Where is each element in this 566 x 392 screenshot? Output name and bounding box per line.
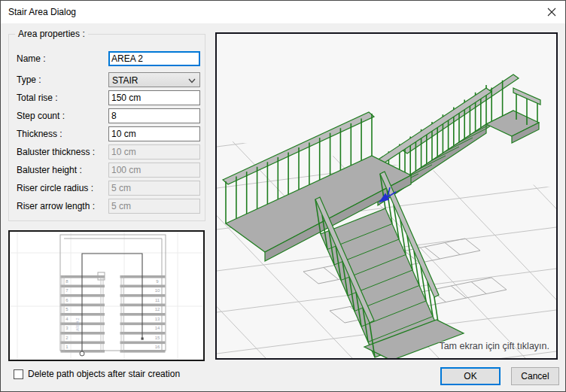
field-row-total-rise: Total rise :	[9, 90, 205, 105]
field-row-riser-circle-radius: Riser circle radius :	[9, 181, 205, 196]
svg-text:7: 7	[65, 288, 68, 293]
field-row-thickness: Thickness :	[9, 126, 205, 141]
svg-text:8: 8	[65, 279, 68, 284]
svg-text:12: 12	[155, 307, 160, 311]
svg-text:4: 4	[65, 317, 68, 321]
baluster-height-input	[108, 163, 200, 178]
field-row-type: Type : STAIR	[9, 72, 205, 87]
delete-path-checkbox-label: Delete path objects after stair creation	[28, 369, 180, 379]
titlebar: Stair Area Dialog	[1, 1, 565, 23]
thickness-input[interactable]	[108, 126, 200, 141]
svg-text:3: 3	[65, 326, 68, 330]
name-input[interactable]	[108, 51, 200, 66]
riser-circle-radius-label: Riser circle radius :	[17, 181, 93, 196]
svg-text:2: 2	[65, 336, 68, 340]
svg-text:10: 10	[155, 288, 160, 293]
baluster-thickness-input	[108, 144, 200, 160]
plan-left-flight: 87 65 43 21	[61, 275, 105, 353]
svg-text:1: 1	[65, 345, 68, 349]
plan-grid	[10, 232, 203, 360]
stair-plan-drawing: 87 65 43 21 910	[10, 232, 203, 360]
total-rise-input[interactable]	[108, 90, 200, 105]
baluster-thickness-label: Baluster thickness :	[17, 144, 95, 160]
svg-text:16: 16	[155, 345, 160, 349]
type-select[interactable]: STAIR	[108, 72, 200, 87]
svg-text:AREA 2: AREA 2	[75, 318, 80, 331]
stair-area-dialog: Stair Area Dialog Area properties : Name…	[0, 0, 566, 392]
ok-button[interactable]: OK	[440, 367, 501, 385]
type-label: Type :	[17, 72, 41, 87]
step-count-label: Step count :	[17, 108, 65, 123]
svg-text:14: 14	[155, 326, 160, 330]
plan-preview-panel: 87 65 43 21 910	[8, 230, 205, 361]
preview-3d-panel[interactable]: Tam ekran için çift tıklayın.	[215, 32, 558, 360]
chevron-down-icon	[188, 78, 196, 84]
total-rise-label: Total rise :	[17, 90, 58, 105]
field-row-name: Name :	[9, 51, 205, 66]
dialog-title: Stair Area Dialog	[8, 7, 76, 17]
stair-3d-preview	[217, 34, 556, 358]
riser-arrow-length-input	[108, 199, 200, 214]
svg-text:15: 15	[155, 336, 160, 340]
field-row-baluster-height: Baluster height :	[9, 163, 205, 178]
svg-text:13: 13	[155, 317, 160, 321]
step-count-input[interactable]	[108, 108, 200, 123]
thickness-label: Thickness :	[17, 126, 62, 141]
svg-text:5: 5	[65, 307, 68, 311]
field-row-step-count: Step count :	[9, 108, 205, 123]
delete-path-checkbox[interactable]	[14, 369, 23, 379]
svg-text:6: 6	[65, 298, 68, 302]
close-icon	[546, 6, 558, 18]
fullscreen-hint: Tam ekran için çift tıklayın.	[439, 341, 549, 351]
svg-text:11: 11	[155, 298, 160, 302]
type-select-value: STAIR	[112, 75, 138, 86]
riser-circle-radius-input	[108, 181, 200, 196]
baluster-height-label: Baluster height :	[17, 163, 82, 178]
svg-text:9: 9	[156, 279, 159, 284]
area-properties-groupbox: Area properties : Name : Type : STAIR To…	[8, 34, 205, 221]
cancel-button[interactable]: Cancel	[511, 367, 559, 385]
close-button[interactable]	[546, 6, 558, 18]
name-label: Name :	[17, 51, 46, 66]
field-row-riser-arrow-length: Riser arrow length :	[9, 199, 205, 214]
groupbox-legend: Area properties :	[15, 29, 88, 39]
field-row-baluster-thickness: Baluster thickness :	[9, 144, 205, 160]
riser-arrow-length-label: Riser arrow length :	[17, 199, 95, 214]
